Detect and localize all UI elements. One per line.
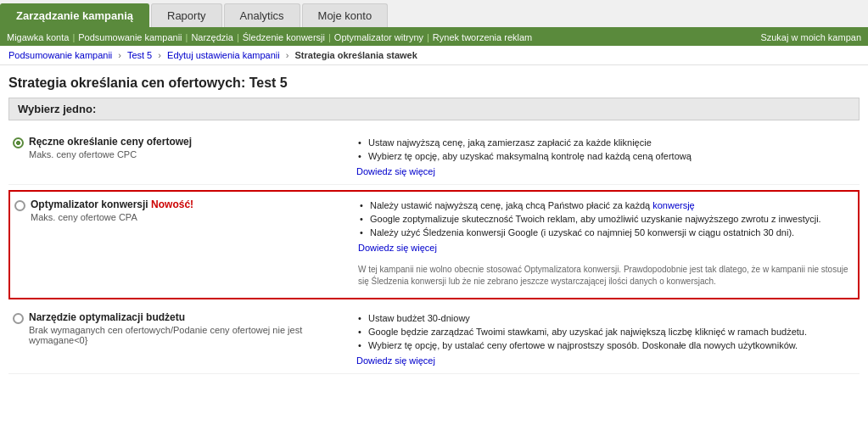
radio-reczne[interactable]	[13, 137, 24, 148]
nav-optymalizator[interactable]: Optymalizator witryny	[334, 32, 423, 42]
conversion-link[interactable]: konwersję	[652, 200, 695, 210]
option-row-reczne: Ręczne określanie ceny ofertowej Maks. c…	[8, 129, 860, 185]
breadcrumb-sep1: ›	[118, 50, 121, 60]
bullet-reczne-1: Wybierz tę opcję, aby uzyskać maksymalną…	[356, 149, 851, 163]
sep4: |	[328, 32, 331, 42]
option-row-optymalizator: Optymalizator konwersji Nowość! Maks. ce…	[8, 190, 860, 299]
bullet-narz-2: Wybierz tę opcję, by ustalać ceny oferto…	[356, 338, 851, 352]
option-left-optymalizator: Optymalizator konwersji Nowość! Maks. ce…	[10, 199, 350, 291]
bullet-narz-0: Ustaw budżet 30-dniowy	[356, 311, 851, 325]
breadcrumb-sep3: ›	[286, 50, 289, 60]
sep1: |	[72, 32, 75, 42]
nav-sledzenie[interactable]: Śledzenie konwersji	[243, 32, 325, 42]
bullet-list-reczne: Ustaw najwyższą cenę, jaką zamierzasz za…	[356, 136, 851, 163]
radio-narzedzie[interactable]	[13, 313, 24, 324]
radio-label-narzedzie: Narzędzie optymalizacji budżetu Brak wym…	[13, 311, 339, 345]
tab-zarzadzanie[interactable]: Zarządzanie kampanią	[0, 3, 149, 27]
option-inner-optymalizator: Optymalizator konwersji Nowość! Maks. ce…	[10, 192, 858, 298]
tab-analytics[interactable]: Analytics	[224, 3, 300, 27]
learn-more-reczne[interactable]: Dowiedz się więcej	[356, 166, 435, 176]
option-title-optymalizator: Optymalizator konwersji Nowość!	[31, 199, 193, 210]
page-title: Strategia określania cen ofertowych: Tes…	[0, 65, 868, 98]
sep2: |	[186, 32, 188, 42]
nav-rynek[interactable]: Rynek tworzenia reklam	[433, 32, 532, 42]
breadcrumb-edytuj[interactable]: Edytuj ustawienia kampanii	[167, 50, 280, 60]
search-area: Szukaj w moich kampan	[760, 32, 861, 42]
option-sub-reczne: Maks. ceny ofertowe CPC	[29, 149, 192, 159]
nav-narzedzia[interactable]: Narzędzia	[191, 32, 233, 42]
option-right-narzedzie: Ustaw budżet 30-dniowy Google będzie zar…	[348, 311, 860, 366]
option-row-narzedzie: Narzędzie optymalizacji budżetu Brak wym…	[8, 305, 860, 374]
sep5: |	[427, 32, 429, 42]
secondary-nav-links: Migawka konta | Podsumowanie kampanii | …	[7, 32, 532, 42]
option-right-optymalizator: Należy ustawić najwyższą cenę, jaką chcą…	[350, 199, 858, 291]
section-header: Wybierz jedno:	[8, 98, 860, 120]
nav-migawka[interactable]: Migawka konta	[7, 32, 69, 42]
radio-label-reczne: Ręczne określanie ceny ofertowej Maks. c…	[13, 136, 339, 159]
top-tab-bar: Zarządzanie kampanią Raporty Analytics M…	[0, 0, 868, 29]
bullet-opt-0: Należy ustawić najwyższą cenę, jaką chcą…	[358, 199, 849, 212]
option-left-reczne: Ręczne określanie ceny ofertowej Maks. c…	[8, 136, 348, 177]
learn-more-narzedzie[interactable]: Dowiedz się więcej	[356, 355, 435, 366]
tab-moje-konto[interactable]: Moje konto	[302, 3, 389, 27]
bullet-narz-1: Google będzie zarządzać Twoimi stawkami,…	[356, 325, 851, 338]
option-right-reczne: Ustaw najwyższą cenę, jaką zamierzasz za…	[348, 136, 860, 177]
warning-optymalizator: W tej kampanii nie wolno obecnie stosowa…	[358, 260, 849, 291]
breadcrumb-sep2: ›	[158, 50, 161, 60]
bullet-list-narzedzie: Ustaw budżet 30-dniowy Google będzie zar…	[356, 311, 851, 352]
new-badge-optymalizator: Nowość!	[151, 199, 193, 210]
bullet-opt-1: Google zoptymalizuje skuteczność Twoich …	[358, 212, 849, 226]
breadcrumb: Podsumowanie kampanii › Test 5 › Edytuj …	[0, 46, 868, 65]
option-sub-optymalizator: Maks. ceny ofertowe CPA	[31, 212, 193, 222]
tab-raporty[interactable]: Raporty	[151, 3, 222, 27]
nav-podsumowanie[interactable]: Podsumowanie kampanii	[78, 32, 182, 42]
option-title-reczne: Ręczne określanie ceny ofertowej	[29, 136, 192, 148]
bullet-opt-2: Należy użyć Śledzenia konwersji Google (…	[358, 226, 849, 239]
learn-more-optymalizator[interactable]: Dowiedz się więcej	[358, 243, 437, 253]
radio-label-optymalizator: Optymalizator konwersji Nowość! Maks. ce…	[14, 199, 341, 222]
content-area: Wybierz jedno: Ręczne określanie ceny of…	[0, 98, 868, 374]
bullet-reczne-0: Ustaw najwyższą cenę, jaką zamierzasz za…	[356, 136, 851, 149]
secondary-nav: Migawka konta | Podsumowanie kampanii | …	[0, 29, 868, 46]
sep3: |	[237, 32, 239, 42]
breadcrumb-podsumowanie[interactable]: Podsumowanie kampanii	[8, 50, 112, 60]
option-title-narzedzie: Narzędzie optymalizacji budżetu	[29, 311, 339, 323]
breadcrumb-current: Strategia określania stawek	[295, 50, 417, 60]
option-sub-narzedzie: Brak wymaganych cen ofertowych/Podanie c…	[29, 325, 339, 345]
bullet-list-optymalizator: Należy ustawić najwyższą cenę, jaką chcą…	[358, 199, 849, 239]
radio-optymalizator[interactable]	[14, 200, 25, 211]
breadcrumb-test5[interactable]: Test 5	[127, 50, 152, 60]
option-left-narzedzie: Narzędzie optymalizacji budżetu Brak wym…	[8, 311, 348, 366]
